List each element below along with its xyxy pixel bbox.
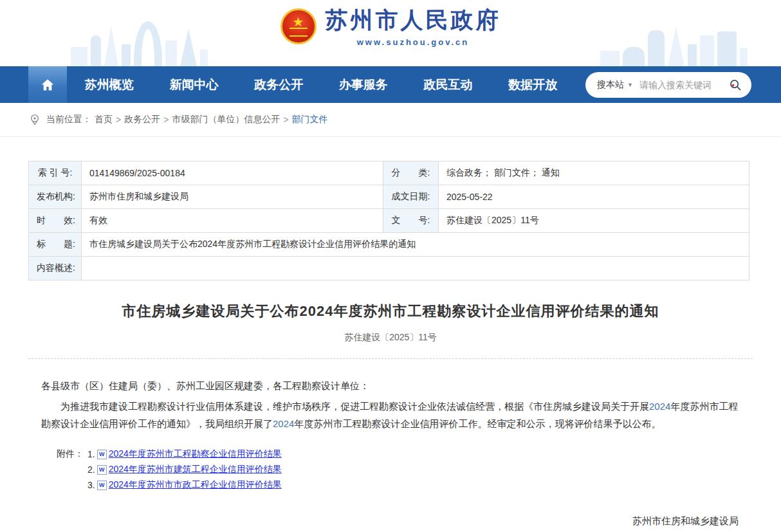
site-banner: ★ 苏州市人民政府 www.suzhou.gov.cn (0, 0, 781, 66)
home-button[interactable] (28, 66, 67, 103)
table-row: 标 题: 市住房城乡建设局关于公布2024年度苏州市工程勘察设计企业信用评价结果… (29, 233, 749, 257)
meta-docno-value: 苏住建设〔2025〕11号 (439, 209, 749, 233)
nav-item-interact[interactable]: 政民互动 (406, 77, 491, 93)
attachments-label: 附件： (57, 448, 87, 460)
search-input[interactable] (639, 80, 728, 90)
attachments: 附件： 1. W 2024年度苏州市工程勘察企业信用评价结果 2. W 2024… (57, 446, 781, 493)
nav-item-gov-open[interactable]: 政务公开 (236, 77, 321, 93)
document-number: 苏住建设〔2025〕11号 (0, 332, 781, 344)
divider (28, 358, 753, 359)
meta-title-value: 市住房城乡建设局关于公布2024年度苏州市工程勘察设计企业信用评价结果的通知 (82, 233, 749, 257)
greeting-line: 各县级市（区）住建局（委）、苏州工业园区规建委，各工程勘察设计单位： (41, 377, 740, 394)
site-search: 搜本站 ▼ (585, 72, 751, 98)
breadcrumb-dept-info[interactable]: 市级部门（单位）信息公开 (172, 114, 280, 125)
nav-items: 苏州概览 新闻中心 政务公开 办事服务 政民互动 数据开放 (67, 77, 575, 93)
body-paragraph: 为推进我市建设工程勘察设计行业信用体系建设，维护市场秩序，促进工程勘察设计企业依… (41, 398, 740, 432)
nav-item-services[interactable]: 办事服务 (321, 77, 406, 93)
chevron-down-icon: ▼ (627, 82, 633, 88)
meta-validity-label: 时 效: (29, 209, 82, 233)
attachment-link-1[interactable]: 2024年度苏州市工程勘察企业信用评价结果 (109, 448, 282, 460)
signature-block: 苏州市住房和城乡建设局 2025年5月22日 (0, 512, 781, 532)
document-body: 各县级市（区）住建局（委）、苏州工业园区规建委，各工程勘察设计单位： 为推进我市… (41, 377, 740, 432)
breadcrumb-dept-files[interactable]: 部门文件 (292, 114, 328, 125)
table-row: 索 引 号: 014149869/2025-00184 分 类: 综合政务； 部… (29, 161, 749, 185)
meta-summary-value (82, 257, 749, 280)
attachment-link-2[interactable]: 2024年度苏州市建筑工程企业信用评价结果 (109, 464, 282, 475)
search-button[interactable] (728, 78, 742, 92)
meta-validity-value: 有效 (82, 209, 383, 233)
site-title: 苏州市人民政府 (326, 5, 501, 35)
list-item: 2. W 2024年度苏州市建筑工程企业信用评价结果 (57, 462, 781, 477)
table-row: 发布机构: 苏州市住房和城乡建设局 成文日期: 2025-05-22 (29, 185, 749, 209)
document-meta-table: 索 引 号: 014149869/2025-00184 分 类: 综合政务； 部… (28, 161, 749, 280)
doc-icon: W (97, 450, 107, 459)
list-item: 附件： 1. W 2024年度苏州市工程勘察企业信用评价结果 (57, 446, 781, 462)
table-row: 时 效: 有效 文 号: 苏住建设〔2025〕11号 (29, 209, 749, 233)
home-icon (40, 77, 55, 93)
nav-item-overview[interactable]: 苏州概览 (67, 77, 152, 93)
site-logo[interactable]: ★ 苏州市人民政府 www.suzhou.gov.cn (0, 5, 781, 47)
doc-icon: W (97, 481, 107, 490)
nav-item-news[interactable]: 新闻中心 (152, 77, 237, 93)
main-nav: 苏州概览 新闻中心 政务公开 办事服务 政民互动 数据开放 搜本站 ▼ (0, 66, 781, 103)
doc-icon: W (97, 465, 107, 475)
meta-agency-value: 苏州市住房和城乡建设局 (82, 185, 383, 209)
issuing-agency: 苏州市住房和城乡建设局 (0, 512, 739, 530)
meta-agency-label: 发布机构: (29, 185, 82, 209)
meta-index-value: 014149869/2025-00184 (82, 161, 383, 185)
meta-category-value: 综合政务； 部门文件； 通知 (439, 161, 749, 185)
list-item: 3. W 2024年度苏州市市政工程企业信用评价结果 (57, 477, 781, 493)
search-scope-dropdown[interactable]: 搜本站 ▼ (597, 79, 633, 91)
meta-summary-label: 内容概述: (29, 257, 82, 280)
search-icon (728, 78, 742, 92)
breadcrumb-home[interactable]: 首页 (95, 114, 113, 125)
breadcrumb: 当前位置： 首页 > 政务公开 > 市级部门（单位）信息公开 > 部门文件 (0, 103, 781, 137)
table-row: 内容概述: (29, 257, 749, 280)
location-pin-icon (28, 113, 41, 126)
meta-index-label: 索 引 号: (29, 161, 82, 185)
site-url: www.suzhou.gov.cn (357, 37, 470, 47)
page-title: 市住房城乡建设局关于公布2024年度苏州市工程勘察设计企业信用评价结果的通知 (0, 302, 781, 321)
attachment-link-3[interactable]: 2024年度苏州市市政工程企业信用评价结果 (109, 479, 282, 491)
nav-item-open-data[interactable]: 数据开放 (490, 77, 575, 93)
meta-category-label: 分 类: (383, 161, 439, 185)
breadcrumb-prefix: 当前位置： (46, 114, 91, 125)
national-emblem-icon: ★ (280, 8, 317, 44)
meta-title-label: 标 题: (29, 233, 82, 257)
meta-date-value: 2025-05-22 (439, 185, 749, 209)
meta-date-label: 成文日期: (383, 185, 439, 209)
meta-docno-label: 文 号: (383, 209, 439, 233)
breadcrumb-gov-open[interactable]: 政务公开 (124, 114, 160, 125)
